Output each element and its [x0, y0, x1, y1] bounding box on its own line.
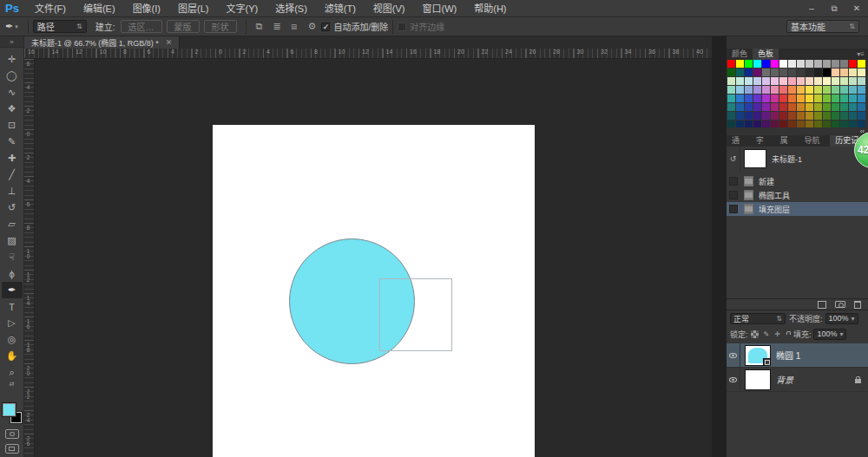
color-swatch[interactable]: [806, 86, 813, 94]
color-swatch[interactable]: [753, 95, 761, 102]
history-source-checkbox[interactable]: [729, 191, 738, 199]
panel-tab[interactable]: 字符: [751, 135, 775, 147]
color-swatch[interactable]: [788, 95, 796, 102]
color-swatch[interactable]: [779, 103, 787, 111]
color-swatch[interactable]: [788, 86, 796, 94]
color-swatch[interactable]: [736, 86, 744, 94]
color-swatch[interactable]: [771, 103, 779, 111]
color-swatch[interactable]: [727, 103, 735, 111]
color-swatch[interactable]: [858, 60, 865, 68]
history-snapshot-row[interactable]: ↺ 未标题-1: [727, 147, 868, 171]
swap-colors-icon[interactable]: ⇄: [0, 381, 23, 388]
color-swatch[interactable]: [771, 112, 779, 120]
new-document-from-state-icon[interactable]: [818, 301, 826, 309]
color-swatch[interactable]: [823, 69, 831, 76]
color-swatch[interactable]: [832, 77, 839, 85]
color-swatch[interactable]: [762, 112, 770, 120]
color-swatch[interactable]: [849, 95, 857, 102]
color-swatch[interactable]: [849, 60, 857, 68]
crop-tool[interactable]: ⊡: [2, 117, 23, 134]
color-swatch[interactable]: [849, 86, 857, 94]
color-swatch[interactable]: [849, 112, 857, 120]
color-swatch[interactable]: [797, 69, 805, 76]
color-swatch[interactable]: [736, 77, 744, 85]
history-entry[interactable]: 新建: [727, 174, 868, 188]
color-swatch[interactable]: [797, 60, 805, 68]
color-swatch[interactable]: [858, 121, 865, 127]
menu-item[interactable]: 编辑(E): [75, 0, 124, 17]
tool-preset-picker[interactable]: ✒ ▾: [0, 21, 23, 32]
color-swatch[interactable]: [779, 112, 787, 120]
color-swatch[interactable]: [745, 77, 753, 85]
menu-item[interactable]: 图层(L): [169, 0, 217, 17]
color-swatch[interactable]: [788, 77, 796, 85]
color-swatch[interactable]: [736, 121, 744, 127]
color-swatch[interactable]: [736, 112, 744, 120]
color-swatch[interactable]: [840, 112, 848, 120]
screen-mode-button[interactable]: [5, 444, 19, 454]
color-swatch[interactable]: [727, 69, 735, 76]
color-swatch[interactable]: [797, 103, 805, 111]
menu-item[interactable]: 文件(F): [26, 0, 75, 17]
lock-move-icon[interactable]: ✛: [774, 330, 780, 338]
color-swatch[interactable]: [849, 77, 857, 85]
color-swatch[interactable]: [814, 112, 822, 120]
color-swatch[interactable]: [762, 69, 770, 76]
panel-tab[interactable]: 通道: [727, 135, 751, 147]
panel-tab[interactable]: 属性: [775, 135, 799, 147]
color-swatch[interactable]: [806, 69, 813, 76]
move-tool[interactable]: ✛: [2, 51, 23, 68]
color-swatch[interactable]: [832, 60, 839, 68]
color-swatch[interactable]: [762, 103, 770, 111]
color-swatch[interactable]: [779, 60, 787, 68]
color-swatch[interactable]: [823, 95, 831, 102]
color-swatch[interactable]: [814, 121, 822, 127]
swatches-tab[interactable]: 颜色: [727, 49, 753, 60]
canvas-area[interactable]: [35, 59, 712, 457]
new-snapshot-icon[interactable]: [835, 301, 845, 308]
color-swatch[interactable]: [736, 95, 744, 102]
menu-item[interactable]: 窗口(W): [414, 0, 466, 17]
color-swatch[interactable]: [788, 121, 796, 127]
blend-mode-select[interactable]: 正常 ⇅: [730, 313, 786, 324]
color-swatch[interactable]: [806, 121, 813, 127]
document-tab[interactable]: 未标题-1 @ 66.7% (椭圆 1, RGB/8) * ✕: [24, 36, 180, 49]
color-swatch[interactable]: [779, 86, 787, 94]
menu-item[interactable]: 帮助(H): [465, 0, 515, 17]
menu-item[interactable]: 视图(V): [365, 0, 414, 17]
make-button[interactable]: 选区…: [121, 20, 162, 33]
type-tool[interactable]: T: [2, 298, 23, 315]
minimize-button[interactable]: –: [800, 0, 823, 17]
color-swatch[interactable]: [762, 77, 770, 85]
panel-tab[interactable]: 导航器: [799, 135, 831, 147]
color-swatch[interactable]: [753, 103, 761, 111]
color-swatch[interactable]: [849, 121, 857, 127]
visibility-toggle[interactable]: [727, 368, 740, 391]
color-swatch[interactable]: [840, 121, 848, 127]
color-swatch[interactable]: [788, 112, 796, 120]
color-swatch[interactable]: [797, 121, 805, 127]
color-swatch[interactable]: [814, 103, 822, 111]
color-swatch[interactable]: [762, 121, 770, 127]
pen-tool[interactable]: ✒: [2, 282, 23, 298]
color-swatch[interactable]: [814, 60, 822, 68]
color-swatch[interactable]: [736, 103, 744, 111]
color-swatch[interactable]: [727, 112, 735, 120]
lock-paint-icon[interactable]: ✎: [764, 330, 770, 338]
color-swatch[interactable]: [736, 60, 744, 68]
dodge-tool[interactable]: ϕ: [2, 265, 23, 282]
history-source-checkbox[interactable]: [729, 177, 738, 186]
lasso-tool[interactable]: ∿: [2, 84, 23, 101]
color-swatch[interactable]: [858, 103, 865, 111]
color-swatch[interactable]: [762, 95, 770, 102]
color-swatch[interactable]: [814, 95, 822, 102]
marquee-tool[interactable]: ◯: [2, 68, 23, 84]
color-swatch[interactable]: [788, 60, 796, 68]
color-swatch[interactable]: [745, 86, 753, 94]
history-entry[interactable]: 椭圆工具: [727, 188, 868, 202]
rectangle-path-outline[interactable]: [379, 278, 452, 351]
color-swatch[interactable]: [753, 77, 761, 85]
make-button[interactable]: 形状: [204, 20, 237, 33]
color-swatch[interactable]: [797, 77, 805, 85]
panel-menu-icon[interactable]: ▾≡: [857, 49, 868, 60]
